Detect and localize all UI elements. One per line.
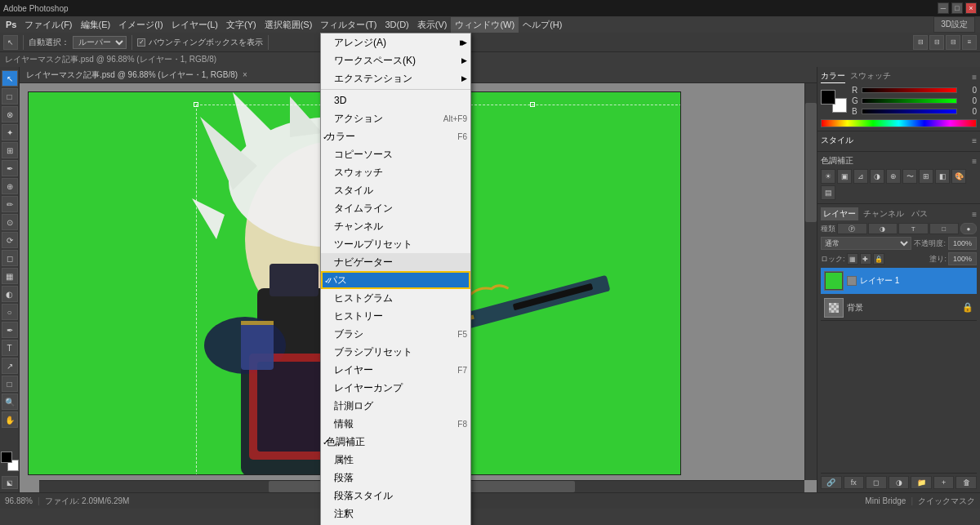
dd-swatches[interactable]: スウォッチ [321, 163, 470, 181]
crop-tool[interactable]: ⊞ [2, 142, 18, 158]
adj-bw[interactable]: ◧ [935, 169, 950, 184]
dd-timeline[interactable]: タイムライン [321, 199, 470, 217]
adj-levels[interactable]: ▣ [837, 169, 852, 184]
dd-attributes[interactable]: 属性 [321, 451, 470, 469]
layer-adj-icon[interactable]: ◑ [889, 476, 910, 489]
blend-mode-select[interactable]: 通常 [821, 237, 911, 250]
adj-bright[interactable]: ☀ [821, 169, 835, 184]
hand-tool[interactable]: ✋ [2, 412, 18, 428]
menu-view[interactable]: 表示(V) [413, 17, 452, 33]
menu-window[interactable]: ウィンドウ(W) [451, 17, 519, 33]
clone-tool[interactable]: ⊙ [2, 214, 18, 230]
layer-item-bg[interactable]: 背景 🔒 [821, 295, 977, 321]
pen-tool[interactable]: ✒ [2, 322, 18, 338]
fg-bg-colors[interactable] [1, 452, 19, 471]
brush-tool[interactable]: ✏ [2, 196, 18, 212]
align-left-icon[interactable]: ⊟ [913, 35, 928, 50]
align-center-icon[interactable]: ⊟ [929, 35, 944, 50]
layer-link-icon[interactable]: 🔗 [821, 476, 842, 489]
layer-filter-type[interactable]: T [898, 223, 929, 234]
zoom-tool[interactable]: 🔍 [2, 394, 18, 410]
dd-layercomps[interactable]: レイヤーカンプ [321, 379, 470, 397]
adj-hsl[interactable]: 〜 [902, 169, 917, 184]
menu-layer[interactable]: レイヤー(L) [167, 17, 222, 33]
gradient-tool[interactable]: ▦ [2, 268, 18, 284]
dd-extensions[interactable]: エクステンション ▶ [321, 69, 470, 87]
lock-pixel[interactable]: ▦ [847, 253, 858, 265]
move-tool[interactable]: ↖ [2, 70, 18, 87]
opacity-input[interactable] [948, 237, 977, 250]
style-tab[interactable]: スタイル [821, 135, 853, 146]
dd-3d[interactable]: 3D [321, 91, 470, 109]
lasso-tool[interactable]: ⊗ [2, 106, 18, 122]
dd-styles[interactable]: スタイル [321, 181, 470, 199]
menu-image[interactable]: イメージ(I) [114, 17, 167, 33]
dd-coloradj[interactable]: ✓ 色調補正 [321, 433, 470, 451]
layer-delete-icon[interactable]: 🗑 [956, 476, 977, 489]
layer-add-icon[interactable]: + [933, 476, 955, 489]
eraser-tool[interactable]: ◻ [2, 250, 18, 266]
auto-select-dropdown[interactable]: ルーパー [73, 36, 127, 49]
layers-menu[interactable]: ≡ [972, 210, 977, 219]
swatch-tab[interactable]: スウォッチ [850, 70, 891, 83]
dd-brushes[interactable]: ブラシ F5 [321, 325, 470, 343]
menu-filter[interactable]: フィルター(T) [316, 17, 381, 33]
dd-actions[interactable]: アクション Alt+F9 [321, 109, 470, 127]
close-btn[interactable]: × [965, 2, 977, 14]
dd-workspace[interactable]: ワークスペース(K) ▶ [321, 51, 470, 69]
layer-group-icon[interactable]: 📁 [911, 476, 932, 489]
dodge-tool[interactable]: ○ [2, 304, 18, 320]
menu-3d[interactable]: 3D(D) [381, 18, 412, 31]
layer-filter-toggle[interactable]: ● [960, 223, 977, 234]
layer-mask-icon[interactable]: ◻ [866, 476, 887, 489]
adj-colorbal[interactable]: ⊞ [919, 169, 933, 184]
maximize-btn[interactable]: □ [951, 2, 963, 14]
dd-toolpresets[interactable]: ツールプリセット [321, 235, 470, 253]
panel-fg-color[interactable] [821, 90, 835, 105]
layer-filter-adj[interactable]: ◑ [868, 223, 898, 234]
menu-help[interactable]: ヘルプ(H) [519, 17, 566, 33]
3d-settings-btn[interactable]: 3D設定 [933, 16, 975, 33]
menu-edit[interactable]: 編集(E) [77, 17, 115, 33]
adj-curves[interactable]: ⊿ [853, 169, 868, 184]
color-panel-menu[interactable]: ≡ [972, 73, 977, 82]
eyedropper-tool[interactable]: ✒ [2, 160, 18, 176]
color-tab[interactable]: カラー [821, 70, 845, 83]
dd-notes[interactable]: 注釈 [321, 505, 470, 523]
distribute-icon[interactable]: ≡ [962, 35, 977, 50]
v-scrollbar[interactable] [804, 83, 817, 480]
dd-layers[interactable]: レイヤー F7 [321, 361, 470, 379]
dd-paragraphs[interactable]: 段落 [321, 469, 470, 487]
adj-vibrance[interactable]: ⊕ [886, 169, 901, 184]
dd-parastyles[interactable]: 段落スタイル [321, 487, 470, 505]
shape-tool[interactable]: □ [2, 376, 18, 392]
style-panel-menu[interactable]: ≡ [972, 136, 977, 145]
dd-info[interactable]: 情報 F8 [321, 415, 470, 433]
align-right-icon[interactable]: ⊟ [946, 35, 960, 50]
magic-wand-tool[interactable]: ✦ [2, 124, 18, 140]
heal-tool[interactable]: ⊕ [2, 178, 18, 194]
dd-histogram[interactable]: ヒストグラム [321, 289, 470, 307]
layer-effect-icon[interactable]: fx [844, 476, 865, 489]
channels-tab[interactable]: チャンネル [861, 207, 906, 220]
layers-tab[interactable]: レイヤー [821, 207, 858, 220]
dd-navigator[interactable]: ナビゲーター [321, 253, 470, 271]
lock-all[interactable]: 🔒 [873, 253, 884, 265]
fill-input[interactable] [948, 252, 977, 265]
dd-arrange[interactable]: アレンジ(A) ▶ [321, 33, 470, 51]
dd-paths[interactable]: ✓ パス [321, 271, 470, 289]
minimize-btn[interactable]: ─ [938, 2, 949, 14]
layer-filter-shape[interactable]: □ [929, 223, 960, 234]
adj-photo[interactable]: 🎨 [951, 169, 966, 184]
menu-ps[interactable]: Ps [2, 18, 20, 31]
bounding-box-checkbox[interactable]: ✓ [137, 38, 145, 47]
adj-exposure[interactable]: ◑ [870, 169, 884, 184]
blur-tool[interactable]: ◐ [2, 286, 18, 302]
color-spectrum[interactable] [821, 119, 977, 127]
type-tool[interactable]: T [2, 340, 18, 356]
dd-history[interactable]: ヒストリー [321, 307, 470, 325]
adj-channel[interactable]: ▤ [821, 185, 835, 200]
layer-filter-pixel[interactable]: Ⓟ [837, 223, 867, 234]
adj-panel-menu[interactable]: ≡ [972, 157, 977, 166]
lock-pos[interactable]: ✚ [860, 253, 871, 265]
